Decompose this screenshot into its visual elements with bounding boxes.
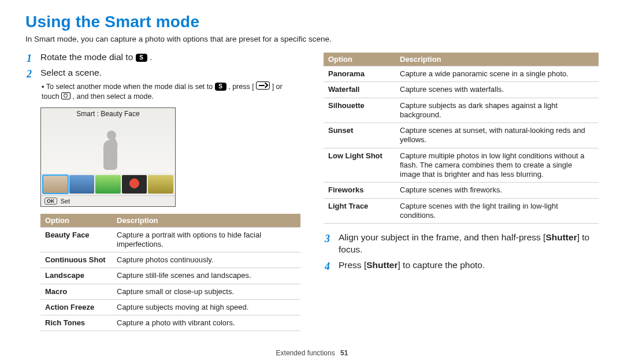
step-1-text-pre: Rotate the mode dial to xyxy=(40,52,136,62)
screenshot-thumb-strip xyxy=(41,173,175,195)
step-4: Press [Shutter] to capture the photo. xyxy=(324,259,599,272)
opt-name: Continuous Shot xyxy=(40,252,112,268)
page-footer: Extended functions 51 xyxy=(0,349,624,357)
opt-desc: Capture scenes with waterfalls. xyxy=(395,82,599,98)
opt-desc: Capture still-life scenes and landscapes… xyxy=(112,268,300,284)
thumb-3 xyxy=(95,175,121,194)
return-key-icon xyxy=(256,81,270,90)
opt-desc: Capture scenes with fireworks. xyxy=(395,183,599,198)
opt-desc: Capture a portrait with options to hide … xyxy=(112,227,300,252)
table-row: Action FreezeCapture subjects moving at … xyxy=(40,299,300,315)
camera-screenshot: Smart : Beauty Face OK Set xyxy=(40,107,176,207)
thumb-5 xyxy=(148,175,173,194)
step-2-sub-b: , press [ xyxy=(228,83,254,91)
footer-page-number: 51 xyxy=(340,349,348,357)
table-row: Low Light ShotCapture multiple photos in… xyxy=(324,148,599,183)
screenshot-footer: OK Set xyxy=(41,195,175,206)
step-1-text-post: . xyxy=(150,52,152,62)
step-2: Select a scene. To select another mode w… xyxy=(25,67,300,102)
opt-name: Sunset xyxy=(324,123,395,148)
opt-desc: Capture small or close-up subjects. xyxy=(112,284,300,299)
step-3: Align your subject in the frame, and the… xyxy=(324,232,599,256)
steps-list: Rotate the mode dial to S . Select a sce… xyxy=(25,51,300,102)
opt-name: Macro xyxy=(40,284,112,299)
opt-desc: Capture photos continuously. xyxy=(112,252,300,268)
table-row: SunsetCapture scenes at sunset, with nat… xyxy=(324,123,599,148)
opt-desc: Capture a photo with vibrant colors. xyxy=(112,315,300,331)
opt-name: Landscape xyxy=(40,268,112,284)
right-column: Option Description PanoramaCapture a wid… xyxy=(324,51,599,331)
th-description: Description xyxy=(112,214,300,228)
table-row: LandscapeCapture still-life scenes and l… xyxy=(40,268,300,284)
thumb-4 xyxy=(122,175,147,194)
set-label: Set xyxy=(61,198,70,205)
camera-icon xyxy=(61,92,70,99)
table-row: MacroCapture small or close-up subjects. xyxy=(40,284,300,299)
opt-desc: Capture subjects as dark shapes against … xyxy=(395,98,599,123)
shutter-bold: Shutter xyxy=(545,232,577,242)
opt-name: Waterfall xyxy=(324,82,395,98)
intro-text: In Smart mode, you can capture a photo w… xyxy=(25,35,599,43)
table-row: Rich TonesCapture a photo with vibrant c… xyxy=(40,315,300,331)
mode-dial-s-icon: S xyxy=(215,83,226,91)
opt-desc: Capture a wide panoramic scene in a sing… xyxy=(395,66,599,82)
opt-desc: Capture subjects moving at high speed. xyxy=(112,299,300,315)
steps-list-right: Align your subject in the frame, and the… xyxy=(324,232,599,272)
table-row: FireworksCapture scenes with fireworks. xyxy=(324,183,599,198)
step-4-pre: Press [ xyxy=(339,260,366,270)
table-row: Continuous ShotCapture photos continuous… xyxy=(40,252,300,268)
table-row: Light TraceCapture scenes with the light… xyxy=(324,198,599,224)
opt-name: Rich Tones xyxy=(40,315,112,331)
thumb-beauty-face xyxy=(43,175,68,194)
opt-name: Silhouette xyxy=(324,98,395,123)
th-description: Description xyxy=(395,53,599,66)
opt-name: Beauty Face xyxy=(40,227,112,252)
table-row: PanoramaCapture a wide panoramic scene i… xyxy=(324,66,599,82)
ok-chip: OK xyxy=(44,198,57,205)
opt-name: Light Trace xyxy=(324,198,395,224)
options-table-left: Option Description Beauty FaceCapture a … xyxy=(40,214,300,332)
step-2-text: Select a scene. xyxy=(40,68,102,77)
opt-desc: Capture scenes at sunset, with natural-l… xyxy=(395,123,599,148)
step-3-pre: Align your subject in the frame, and the… xyxy=(339,232,545,242)
left-column: Rotate the mode dial to S . Select a sce… xyxy=(25,51,300,331)
table-row: SilhouetteCapture subjects as dark shape… xyxy=(324,98,599,123)
step-2-sub-d: , and then select a mode. xyxy=(73,92,154,101)
opt-desc: Capture multiple photos in low light con… xyxy=(395,148,599,183)
shutter-bold: Shutter xyxy=(366,260,398,270)
opt-name: Low Light Shot xyxy=(324,148,395,183)
opt-desc: Capture scenes with the light trailing i… xyxy=(395,198,599,224)
screenshot-title: Smart : Beauty Face xyxy=(41,108,175,118)
table-row: Beauty FaceCapture a portrait with optio… xyxy=(40,227,300,252)
table-row: WaterfallCapture scenes with waterfalls. xyxy=(324,82,599,98)
step-2-sub-a: To select another mode when the mode dia… xyxy=(46,83,215,91)
step-1: Rotate the mode dial to S . xyxy=(25,51,300,64)
opt-name: Action Freeze xyxy=(40,299,112,315)
opt-name: Panorama xyxy=(324,66,395,82)
th-option: Option xyxy=(324,53,395,66)
options-table-right: Option Description PanoramaCapture a wid… xyxy=(324,53,599,224)
footer-section: Extended functions xyxy=(276,349,335,357)
opt-name: Fireworks xyxy=(324,183,395,198)
step-2-sub: To select another mode when the mode dia… xyxy=(40,81,300,102)
th-option: Option xyxy=(40,214,112,228)
thumb-2 xyxy=(69,175,95,194)
page-title: Using the Smart mode xyxy=(25,13,599,31)
mode-dial-s-icon: S xyxy=(136,54,147,62)
step-4-post: ] to capture the photo. xyxy=(398,260,485,270)
screenshot-preview xyxy=(41,118,175,173)
